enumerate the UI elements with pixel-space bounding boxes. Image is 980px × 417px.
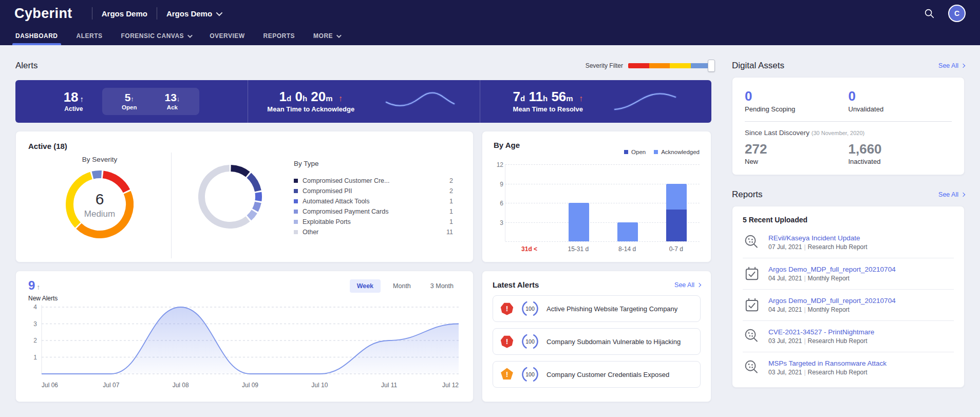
severity-filter-label: Severity Filter — [586, 62, 623, 69]
severity-center-value: 6 — [96, 192, 104, 207]
unvalidated-value: 0 — [849, 89, 952, 104]
trend-up-icon: ↑ — [579, 94, 583, 103]
chevron-down-icon — [187, 33, 193, 38]
x-axis-label: Jul 06 — [42, 382, 58, 389]
chevron-right-icon — [961, 193, 965, 197]
reports-see-all-link[interactable]: See All — [938, 191, 965, 198]
tab-more[interactable]: MORE — [313, 27, 340, 45]
header-top-row: Cyberint Argos Demo Argos Demo C — [0, 0, 980, 27]
since-last-discovery-label: Since Last Discovery — [745, 129, 809, 137]
reports-header: Reports See All — [732, 186, 965, 203]
report-date: 04 Jul, 2021 — [768, 306, 802, 313]
severity-filter: Severity Filter — [586, 62, 711, 69]
report-meta: 04 Jul, 2021|Monthly Report — [768, 306, 896, 313]
severity-filter-slider[interactable] — [628, 63, 711, 68]
report-title-link[interactable]: MSPs Targeted in Ransomware Attack — [768, 359, 887, 367]
by-type-legend-row: Exploitable Ports1 — [294, 217, 453, 227]
score-gauge-icon: 100 — [521, 365, 539, 384]
account-dropdown[interactable]: Argos Demo — [166, 9, 221, 18]
trend-up-icon: ↑ — [338, 94, 343, 103]
report-title-link[interactable]: Argos Demo_MDP_full_report_20210704 — [768, 266, 896, 273]
tab-label: REPORTS — [263, 32, 295, 40]
range-tab-month[interactable]: Month — [386, 279, 418, 293]
age-bar-acknowledged — [666, 184, 687, 210]
report-meta: 03 Jul, 2021|Research Hub Report — [768, 369, 887, 376]
chevron-right-icon — [697, 282, 701, 287]
report-list-item[interactable]: CVE-2021-34527 - PrintNightmare03 Jul, 2… — [743, 320, 954, 352]
digital-assets-card: 0 Pending Scoping 0 Unvalidated Since La… — [732, 77, 965, 175]
tab-dashboard[interactable]: DASHBOARD — [15, 27, 58, 45]
by-type-legend-row: Other11 — [294, 227, 453, 237]
report-list-item[interactable]: Argos Demo_MDP_full_report_2021070404 Ju… — [743, 258, 954, 289]
research-report-icon — [743, 327, 761, 346]
legend-swatch — [294, 179, 298, 183]
by-severity-donut: 6 Medium — [66, 170, 134, 240]
search-icon[interactable] — [924, 8, 935, 19]
card-divider — [745, 121, 952, 122]
main-nav-tabs: DASHBOARDALERTSFORENSIC CANVASOVERVIEWRE… — [0, 27, 980, 45]
by-age-legend: OpenAcknowledged — [624, 149, 700, 155]
severity-filter-handle[interactable] — [708, 60, 715, 72]
alert-card[interactable]: !100Company Customer Credentials Exposed — [493, 361, 701, 388]
latest-alerts-see-all-link[interactable]: See All — [674, 281, 701, 289]
active-alerts-panel: Active (18) By Severity 6 Medium — [15, 131, 474, 262]
report-list-item[interactable]: REvil/Kaseya Incident Update07 Jul, 2021… — [743, 227, 954, 258]
report-title-link[interactable]: Argos Demo_MDP_full_report_20210704 — [768, 297, 896, 305]
pending-scoping-stat: 0 Pending Scoping — [745, 89, 849, 113]
report-date: 07 Jul, 2021 — [768, 243, 802, 251]
range-tab-week[interactable]: Week — [350, 279, 381, 293]
range-tab-3-month[interactable]: 3 Month — [423, 279, 461, 293]
x-axis-label: Jul 12 — [442, 382, 459, 389]
severity-filter-segment — [670, 63, 691, 68]
report-list-item[interactable]: Argos Demo_MDP_full_report_2021070404 Ju… — [743, 289, 954, 320]
active-label: Active — [64, 105, 84, 112]
meta-divider: | — [804, 306, 805, 313]
see-all-label: See All — [938, 191, 958, 198]
workspace-label: Argos Demo — [102, 9, 147, 18]
alerts-summary-banner: 18↑ Active 5↑ Open 13↓ Ack — [15, 80, 711, 123]
pending-scoping-value: 0 — [745, 89, 849, 104]
page-content: Alerts Severity Filter 18↑ Active — [0, 45, 980, 402]
report-list-item[interactable]: MSPs Targeted in Ransomware Attack03 Jul… — [743, 352, 954, 383]
report-title-link[interactable]: REvil/Kaseya Incident Update — [768, 234, 868, 242]
tab-alerts[interactable]: ALERTS — [77, 27, 103, 45]
see-all-label: See All — [674, 281, 694, 289]
new-alerts-count: 9 — [28, 278, 35, 292]
tab-forensic-canvas[interactable]: FORENSIC CANVAS — [121, 27, 192, 45]
by-type-legend-row: Compromised Payment Cards1 — [294, 206, 453, 217]
cyberint-logo[interactable]: Cyberint — [14, 6, 72, 22]
alerts-section-header: Alerts Severity Filter — [15, 58, 711, 74]
mttr-sparkline — [612, 90, 679, 113]
legend-value: 1 — [449, 198, 453, 205]
alert-title: Active Phishing Website Targeting Compan… — [546, 305, 677, 313]
header-actions: C — [924, 5, 966, 22]
mttr-section: 7d 11h 56m ↑ Mean Time to Resolve — [480, 80, 712, 123]
digital-assets-see-all-link[interactable]: See All — [938, 62, 965, 69]
tab-reports[interactable]: REPORTS — [263, 27, 295, 45]
x-axis-label: 31d < — [521, 245, 537, 253]
new-alerts-label: New Alerts — [28, 295, 58, 302]
y-axis-tick: 1 — [33, 354, 37, 361]
ack-alerts-stat: 13↓ Ack — [164, 92, 180, 110]
monthly-report-icon — [743, 296, 761, 314]
y-axis-tick: 9 — [493, 181, 503, 188]
alert-card[interactable]: !100Company Subdomain Vulnerable to Hija… — [493, 328, 701, 355]
meta-divider: | — [804, 243, 805, 251]
report-title-link[interactable]: CVE-2021-34527 - PrintNightmare — [768, 328, 874, 336]
user-avatar[interactable]: C — [948, 5, 966, 22]
mtta-label: Mean Time to Acknowledge — [267, 105, 354, 113]
x-axis-label: Jul 09 — [242, 382, 258, 389]
unvalidated-stat: 0 Unvalidated — [849, 89, 952, 113]
tab-overview[interactable]: OVERVIEW — [210, 27, 244, 45]
alert-card[interactable]: !100Active Phishing Website Targeting Co… — [493, 295, 701, 322]
y-axis-tick: 4 — [33, 304, 37, 311]
x-axis-label: 8-14 d — [618, 245, 636, 253]
by-type-legend-row: Compromised Customer Cre...2 — [294, 176, 453, 186]
by-type-legend-row: Compromised PII2 — [294, 186, 453, 196]
x-axis-label: Jul 10 — [311, 382, 328, 389]
report-texts: REvil/Kaseya Incident Update07 Jul, 2021… — [768, 234, 868, 251]
donut-center-label: 6 Medium — [66, 170, 134, 240]
legend-label: Compromised Payment Cards — [303, 208, 449, 215]
svg-text:100: 100 — [525, 306, 535, 312]
alert-title: Company Customer Credentials Exposed — [546, 371, 669, 378]
